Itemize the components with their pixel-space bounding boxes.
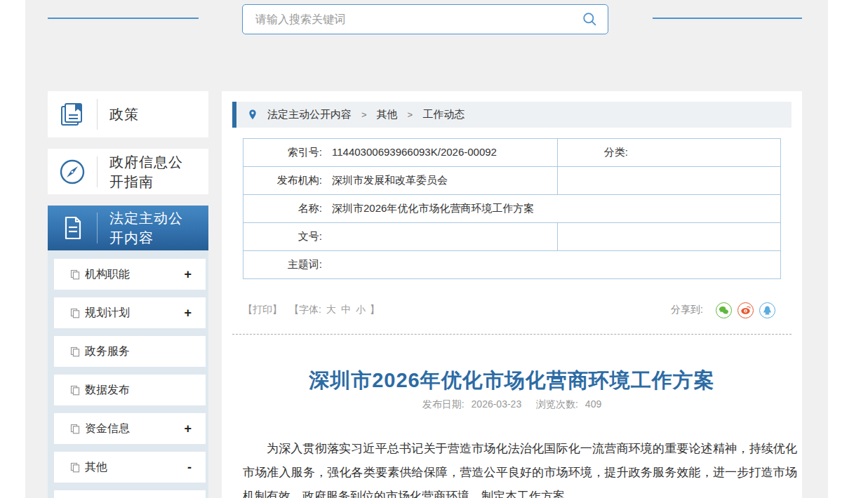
article-toolbar: 【打印】 【字体: 大 中 小 】 分享到:: [243, 299, 775, 321]
qq-share-icon[interactable]: [759, 302, 775, 318]
page-icon: [70, 269, 80, 280]
info-cell-empty: [558, 167, 781, 195]
font-size-large-button[interactable]: 大: [326, 304, 336, 316]
sidebar-subitem-gov-services[interactable]: 政务服务: [54, 336, 206, 367]
sidebar-subitem-other[interactable]: 其他 -: [54, 452, 206, 483]
publish-date-label: 发布日期:: [422, 398, 465, 410]
expand-toggle[interactable]: +: [184, 306, 192, 321]
field-label: 名称:: [243, 202, 322, 215]
subitem-label: 机构职能: [85, 267, 130, 282]
expand-toggle[interactable]: -: [187, 460, 192, 475]
info-cell-empty: [558, 223, 781, 251]
table-row: 文号:: [243, 223, 781, 251]
sidebar-item-label: 政府信息公开指南: [98, 152, 194, 191]
field-label: 发布机构:: [243, 174, 322, 187]
content-card: 法定主动公开内容 > 其他 > 工作动态 索引号:114403006939660…: [222, 91, 802, 498]
info-cell-keywords: 主题词:: [243, 251, 781, 279]
info-cell-category: 分类:: [558, 139, 781, 167]
font-size-controls: 【字体: 大 中 小 】: [289, 304, 380, 316]
breadcrumb-link[interactable]: 其他: [377, 108, 398, 121]
views-count: 409: [585, 398, 601, 410]
expand-toggle[interactable]: +: [184, 422, 192, 436]
font-label: 【字体:: [289, 304, 321, 316]
article-meta: 发布日期: 2026-03-23 浏览次数: 409: [222, 398, 802, 411]
subitem-label: 规划计划: [85, 306, 130, 321]
font-label-close: 】: [370, 304, 380, 316]
table-row: 发布机构:深圳市发展和改革委员会: [243, 167, 781, 195]
print-button[interactable]: 【打印】: [243, 304, 282, 316]
print-font-controls: 【打印】 【字体: 大 中 小 】: [243, 304, 380, 316]
field-label: 分类:: [558, 146, 628, 159]
expand-toggle[interactable]: +: [184, 267, 192, 282]
wechat-share-icon[interactable]: [716, 302, 732, 318]
search-icon[interactable]: [571, 11, 608, 27]
subitem-label: 数据发布: [85, 383, 130, 398]
subitem-label: 资金信息: [85, 422, 130, 436]
share-bar: 分享到:: [671, 302, 775, 318]
info-cell-name: 名称:深圳市2026年优化市场化营商环境工作方案: [243, 195, 781, 223]
info-cell-publisher: 发布机构:深圳市发展和改革委员会: [243, 167, 558, 195]
publish-date: 2026-03-23: [472, 398, 522, 410]
breadcrumb-link[interactable]: 工作动态: [422, 108, 465, 121]
font-size-medium-button[interactable]: 中: [341, 304, 351, 316]
page-icon: [70, 424, 80, 434]
info-table: 索引号:11440300693966093K/2026-00092 分类: 发布…: [243, 138, 781, 279]
table-row: 主题词:: [243, 251, 781, 279]
location-pin-icon: [248, 109, 258, 121]
field-label: 主题词:: [243, 258, 322, 271]
sidebar-submenu: 机构职能 + 规划计划 +: [48, 250, 208, 498]
page-icon: [70, 462, 80, 473]
table-row: 名称:深圳市2026年优化市场化营商环境工作方案: [243, 195, 781, 223]
font-size-small-button[interactable]: 小: [356, 304, 366, 316]
breadcrumb: 法定主动公开内容 > 其他 > 工作动态: [232, 102, 792, 128]
field-label: 文号:: [243, 230, 322, 243]
field-value: 11440300693966093K/2026-00092: [332, 146, 497, 158]
info-cell-index: 索引号:11440300693966093K/2026-00092: [243, 139, 558, 167]
header-divider-right: [653, 18, 802, 19]
book-icon: [48, 99, 97, 130]
breadcrumb-accent-bar: [232, 102, 236, 128]
page-icon: [70, 346, 80, 357]
table-row: 索引号:11440300693966093K/2026-00092 分类:: [243, 139, 781, 167]
sidebar-item-label: 法定主动公开内容: [98, 208, 194, 248]
search-input[interactable]: [243, 13, 571, 26]
sidebar-item-policy[interactable]: 政策: [48, 91, 208, 137]
sidebar-subitem-org-functions[interactable]: 机构职能 +: [54, 259, 206, 290]
subitem-label: 政务服务: [85, 344, 130, 359]
sidebar-subitem-funding-info[interactable]: 资金信息 +: [54, 413, 206, 444]
header-divider-left: [48, 18, 199, 19]
weibo-share-icon[interactable]: [737, 302, 754, 318]
subitem-label: 其他: [85, 460, 107, 475]
sidebar-subitem-work-dynamics[interactable]: 工作动态: [54, 490, 206, 498]
search-box: [242, 4, 608, 34]
field-value: 深圳市2026年优化市场化营商环境工作方案: [332, 202, 534, 214]
sidebar-subitem-planning[interactable]: 规划计划 +: [54, 297, 206, 328]
page-icon: [70, 308, 80, 318]
field-value: 深圳市发展和改革委员会: [332, 174, 448, 186]
sidebar-item-gov-info-guide[interactable]: 政府信息公开指南: [48, 149, 208, 194]
article-body: 为深入贯彻落实习近平总书记关于营造市场化法治化国际化一流营商环境的重要论述精神，…: [243, 437, 797, 498]
compass-icon: [48, 156, 97, 188]
page: 政策 政府信息公开指南: [0, 0, 868, 498]
share-label: 分享到:: [671, 304, 703, 316]
info-cell-doc-number: 文号:: [243, 223, 558, 251]
dashed-divider: [232, 334, 792, 335]
sidebar-item-statutory-disclosure[interactable]: 法定主动公开内容: [48, 206, 208, 250]
page-icon: [70, 385, 80, 396]
sidebar-subitem-data-release[interactable]: 数据发布: [54, 375, 206, 405]
breadcrumb-link[interactable]: 法定主动公开内容: [267, 108, 352, 121]
views-label: 浏览次数:: [536, 398, 578, 410]
breadcrumb-separator: >: [361, 109, 367, 120]
sidebar-item-label: 政策: [98, 105, 139, 124]
field-label: 索引号:: [243, 146, 322, 159]
article-title: 深圳市2026年优化市场化营商环境工作方案: [236, 367, 788, 395]
breadcrumb-separator: >: [408, 109, 413, 120]
document-icon: [48, 213, 97, 243]
